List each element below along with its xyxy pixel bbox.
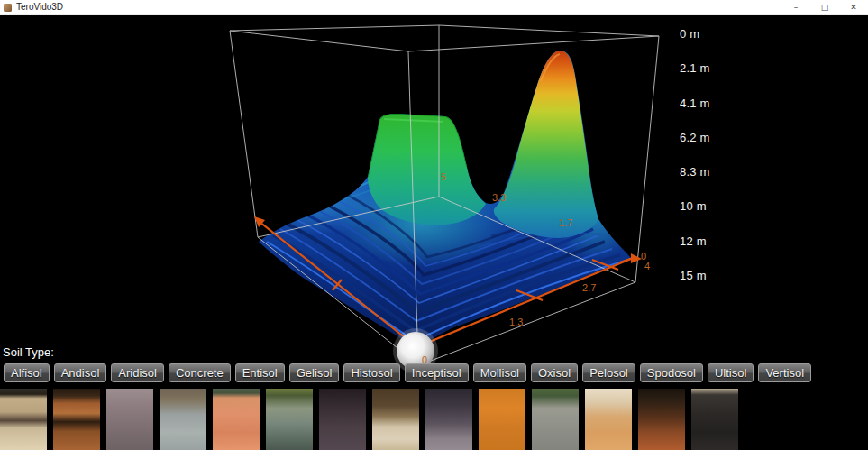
soil-type-button[interactable]: Concrete: [169, 363, 231, 382]
soil-type-button[interactable]: Pelosol: [582, 363, 635, 382]
y-tick-2: 3.3: [492, 192, 506, 203]
soil-profile-thumbnails: [0, 389, 738, 450]
soil-type-button[interactable]: Andisol: [54, 363, 107, 382]
radar-3d-viewport[interactable]: 0 1.3 2.7 4 0 1.7 3.3 5: [0, 0, 868, 450]
soil-type-buttons: Alfisol Andisol Aridisol Concrete Entiso…: [4, 363, 811, 382]
soil-type-button[interactable]: Oxisol: [531, 363, 578, 382]
soil-type-button[interactable]: Histosol: [343, 363, 399, 382]
depth-label: 15 m: [680, 270, 710, 282]
soil-type-button[interactable]: Ultisol: [708, 363, 754, 382]
app-icon: [4, 4, 12, 12]
maximize-button[interactable]: □: [810, 0, 839, 14]
y-tick-0: 0: [641, 251, 646, 262]
soil-profile-image[interactable]: [53, 389, 100, 450]
soil-profile-image[interactable]: [319, 389, 366, 450]
close-button[interactable]: ✕: [839, 0, 868, 14]
depth-scale: 0 m 2.1 m 4.1 m 6.2 m 8.3 m 10 m 12 m 15…: [680, 28, 710, 282]
soil-profile-image[interactable]: [425, 389, 472, 450]
depth-label: 6.2 m: [680, 132, 710, 144]
depth-label: 8.3 m: [680, 166, 710, 179]
depth-label: 10 m: [680, 200, 710, 213]
soil-profile-image[interactable]: [691, 389, 738, 450]
soil-profile-image[interactable]: [266, 389, 313, 450]
soil-type-button[interactable]: Gelisol: [289, 363, 340, 382]
soil-type-button[interactable]: Entisol: [235, 363, 285, 382]
depth-label: 2.1 m: [680, 62, 710, 75]
soil-type-section-label: Soil Type:: [3, 345, 54, 359]
depth-label: 0 m: [680, 28, 710, 41]
depth-label: 4.1 m: [680, 97, 710, 110]
terovido3d-window: { "window": { "title": "TeroVido3D", "mi…: [0, 0, 868, 450]
soil-profile-image[interactable]: [532, 389, 579, 450]
soil-type-button[interactable]: Spodosol: [640, 363, 703, 382]
soil-profile-image[interactable]: [585, 389, 632, 450]
x-tick-3: 4: [644, 261, 650, 271]
soil-profile-image[interactable]: [213, 389, 260, 450]
peak-anomaly: [494, 51, 598, 238]
soil-profile-image[interactable]: [479, 389, 525, 450]
window-controls: – □ ✕: [781, 0, 868, 14]
soil-profile-image[interactable]: [638, 389, 685, 450]
soil-type-button[interactable]: Alfisol: [4, 363, 50, 382]
soil-profile-image[interactable]: [372, 389, 419, 450]
y-tick-3: 5: [441, 171, 446, 182]
x-tick-1: 1.3: [509, 317, 523, 327]
soil-type-button[interactable]: Aridisol: [111, 363, 164, 382]
soil-profile-image[interactable]: [106, 389, 153, 450]
soil-profile-image[interactable]: [0, 389, 47, 450]
soil-type-button[interactable]: Vertisol: [758, 363, 811, 382]
depth-label: 12 m: [680, 235, 710, 248]
soil-profile-image[interactable]: [160, 389, 206, 450]
title-bar[interactable]: TeroVido3D – □ ✕: [0, 0, 868, 15]
y-tick-1: 1.7: [559, 217, 572, 228]
x-tick-2: 2.7: [582, 282, 596, 293]
minimize-button[interactable]: –: [781, 0, 810, 14]
soil-type-button[interactable]: Mollisol: [473, 363, 526, 382]
window-title: TeroVido3D: [16, 0, 63, 14]
soil-type-button[interactable]: Inceptisol: [405, 363, 469, 382]
